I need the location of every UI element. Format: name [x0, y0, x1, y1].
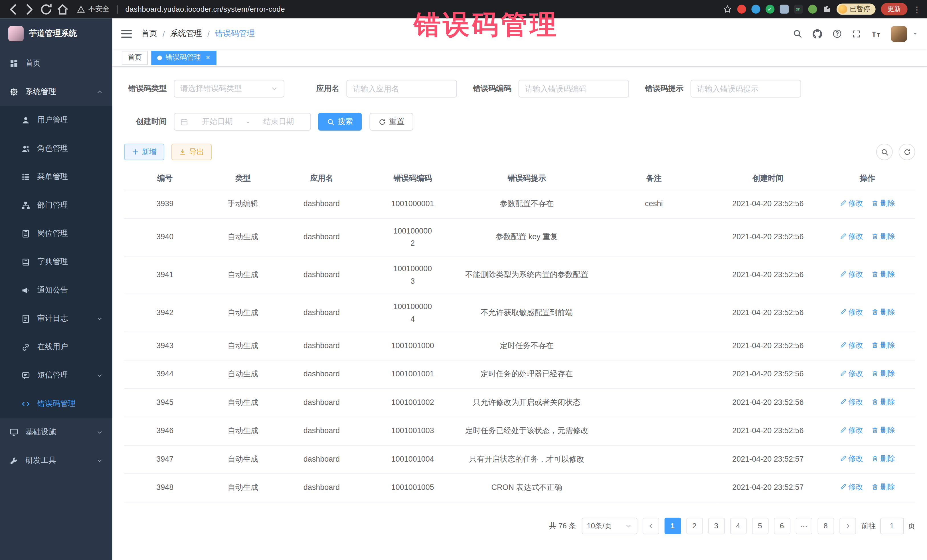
- tag-close-icon[interactable]: ×: [206, 54, 210, 62]
- user-avatar[interactable]: [891, 26, 907, 42]
- pencil-icon: [839, 341, 846, 349]
- breadcrumb-home[interactable]: 首页: [141, 28, 157, 39]
- sidebar-item-audit-log[interactable]: 审计日志: [0, 304, 112, 332]
- profile-paused-badge[interactable]: 已暂停: [836, 3, 876, 15]
- cell-type: 自动生成: [206, 219, 280, 256]
- edit-button[interactable]: 修改: [839, 231, 863, 242]
- export-button[interactable]: 导出: [172, 144, 212, 160]
- edit-button[interactable]: 修改: [839, 306, 863, 318]
- cell-operations: 修改删除: [819, 473, 915, 502]
- page-button-4[interactable]: 4: [730, 518, 746, 534]
- reset-button[interactable]: 重置: [369, 113, 413, 131]
- search-button[interactable]: 搜索: [318, 113, 362, 131]
- browser-back-icon[interactable]: [6, 2, 20, 16]
- dictionary-icon: [21, 258, 30, 266]
- github-icon[interactable]: [812, 29, 822, 39]
- sidebar-item-online-users[interactable]: 在线用户: [0, 333, 112, 361]
- delete-button[interactable]: 删除: [871, 367, 895, 379]
- tag-error-code-management[interactable]: 错误码管理 ×: [152, 50, 216, 65]
- breadcrumb-system[interactable]: 系统管理: [170, 28, 202, 39]
- error-hint-input[interactable]: [697, 84, 795, 93]
- delete-button[interactable]: 删除: [871, 424, 895, 436]
- browser-forward-icon[interactable]: [23, 2, 37, 16]
- edit-button[interactable]: 修改: [839, 424, 863, 436]
- table-row: 3939手动编辑dashboard1001000001参数配置不存在ceshi2…: [124, 190, 915, 218]
- cell-hint: 不能删除类型为系统内置的参数配置: [462, 256, 591, 294]
- browser-reload-icon[interactable]: [39, 2, 53, 16]
- sidebar-item-menu-management[interactable]: 菜单管理: [0, 162, 112, 191]
- edit-button[interactable]: 修改: [839, 197, 863, 209]
- delete-button[interactable]: 删除: [871, 481, 895, 493]
- sidebar-item-infrastructure[interactable]: 基础设施: [0, 418, 112, 446]
- caret-down-icon[interactable]: [912, 31, 918, 37]
- sidebar-item-post-management[interactable]: 岗位管理: [0, 219, 112, 247]
- extension-icon-red[interactable]: [737, 5, 746, 14]
- extension-icon-green-check[interactable]: ✓: [765, 5, 774, 14]
- extension-icon-leaf[interactable]: [808, 5, 817, 14]
- page-button-1[interactable]: 1: [664, 518, 681, 534]
- sidebar-item-system-management[interactable]: 系统管理: [0, 77, 112, 106]
- sidebar-item-home[interactable]: 首页: [0, 49, 112, 77]
- extension-icon-contacts[interactable]: [780, 5, 789, 14]
- hamburger-icon[interactable]: [121, 30, 132, 38]
- delete-button[interactable]: 删除: [871, 339, 895, 351]
- tag-home[interactable]: 首页: [122, 50, 148, 65]
- page-button-3[interactable]: 3: [708, 518, 725, 534]
- delete-button[interactable]: 删除: [871, 396, 895, 408]
- next-page-button[interactable]: [839, 518, 856, 534]
- sidebar-item-notice-announcement[interactable]: 通知公告: [0, 276, 112, 304]
- sidebar-item-dev-tools[interactable]: 研发工具: [0, 446, 112, 475]
- app-logo[interactable]: 芋道管理系统: [0, 18, 112, 49]
- sidebar-item-sms-management[interactable]: 短信管理: [0, 361, 112, 389]
- page-button-8[interactable]: 8: [818, 518, 834, 534]
- delete-button[interactable]: 删除: [871, 231, 895, 242]
- app-name-input[interactable]: [353, 84, 450, 93]
- page-button-2[interactable]: 2: [686, 518, 702, 534]
- delete-button[interactable]: 删除: [871, 453, 895, 464]
- prev-page-button[interactable]: [642, 518, 659, 534]
- page-button-5[interactable]: 5: [752, 518, 768, 534]
- cell-hint: 不允许获取敏感配置到前端: [462, 294, 591, 332]
- date-range-picker[interactable]: 开始日期 - 结束日期: [174, 113, 311, 131]
- fullscreen-icon[interactable]: [852, 29, 861, 38]
- header-search-icon[interactable]: [793, 29, 802, 38]
- edit-button[interactable]: 修改: [839, 396, 863, 408]
- browser-menu-icon[interactable]: ⋮: [913, 5, 921, 14]
- edit-button[interactable]: 修改: [839, 481, 863, 493]
- sidebar-item-dict-management[interactable]: 字典管理: [0, 247, 112, 276]
- page-more-button[interactable]: ···: [795, 518, 812, 534]
- font-size-icon[interactable]: TT: [871, 29, 881, 39]
- sidebar-item-user-management[interactable]: 用户管理: [0, 106, 112, 134]
- edit-button[interactable]: 修改: [839, 453, 863, 464]
- delete-button[interactable]: 删除: [871, 268, 895, 280]
- refresh-table-button[interactable]: [899, 144, 915, 160]
- toggle-search-button[interactable]: [876, 144, 893, 160]
- browser-home-icon[interactable]: [56, 2, 70, 16]
- sidebar-item-dept-management[interactable]: 部门管理: [0, 191, 112, 219]
- edit-button[interactable]: 修改: [839, 367, 863, 379]
- profile-paused-label: 已暂停: [850, 5, 871, 14]
- extensions-puzzle-icon[interactable]: [822, 5, 831, 14]
- help-icon[interactable]: [832, 29, 842, 38]
- page-size-select[interactable]: 10条/页: [582, 518, 637, 534]
- bookmark-star-icon[interactable]: [723, 5, 732, 14]
- error-code-type-select[interactable]: 请选择错误码类型: [174, 80, 284, 97]
- error-code-input[interactable]: [525, 84, 623, 93]
- edit-button[interactable]: 修改: [839, 268, 863, 280]
- extension-icon-blue[interactable]: [751, 5, 760, 14]
- security-indicator[interactable]: 不安全: [77, 4, 109, 14]
- add-button[interactable]: 新增: [124, 144, 164, 160]
- browser-update-button[interactable]: 更新: [881, 3, 907, 15]
- goto-page-input[interactable]: [880, 518, 904, 534]
- extension-icon-on[interactable]: on: [794, 5, 802, 14]
- trash-icon: [871, 308, 878, 316]
- chevron-down-icon: [96, 457, 103, 464]
- sidebar-item-role-management[interactable]: 角色管理: [0, 134, 112, 162]
- url-text[interactable]: dashboard.yudao.iocoder.cn/system/error-…: [125, 5, 285, 14]
- delete-button[interactable]: 删除: [871, 306, 895, 318]
- delete-button[interactable]: 删除: [871, 197, 895, 209]
- table-row: 3940自动生成dashboard1001000002参数配置 key 重复20…: [124, 219, 915, 256]
- sidebar-item-error-code-management[interactable]: 错误码管理: [0, 390, 112, 418]
- edit-button[interactable]: 修改: [839, 339, 863, 351]
- page-button-6[interactable]: 6: [774, 518, 790, 534]
